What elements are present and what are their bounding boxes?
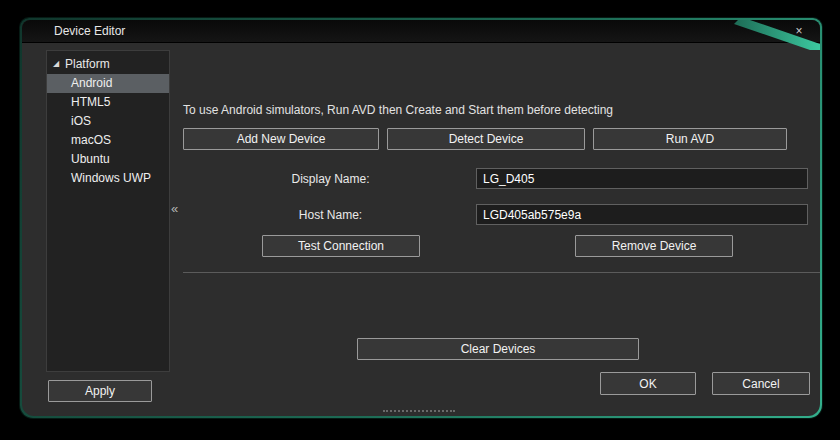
ok-button[interactable]: OK xyxy=(600,372,696,395)
display-name-label: Display Name: xyxy=(183,168,478,190)
sidebar-item-macos[interactable]: macOS xyxy=(47,131,169,150)
sidebar-item-html5[interactable]: HTML5 xyxy=(47,93,169,112)
platform-tree-panel: ◢Platform Android HTML5 iOS macOS Ubuntu… xyxy=(46,50,170,372)
section-divider xyxy=(183,272,820,273)
resize-grip[interactable] xyxy=(383,410,455,412)
instruction-text: To use Android simulators, Run AVD then … xyxy=(183,103,820,117)
window-title: Device Editor xyxy=(54,20,125,43)
tree-root-label: Platform xyxy=(65,57,110,71)
tree-expander-icon[interactable]: ◢ xyxy=(53,54,65,73)
close-button[interactable]: × xyxy=(790,23,808,40)
cancel-button[interactable]: Cancel xyxy=(712,372,810,395)
detect-device-button[interactable]: Detect Device xyxy=(387,128,585,150)
add-new-device-button[interactable]: Add New Device xyxy=(183,128,379,150)
sidebar-item-ubuntu[interactable]: Ubuntu xyxy=(47,150,169,169)
display-name-input[interactable] xyxy=(476,168,808,189)
run-avd-button[interactable]: Run AVD xyxy=(593,128,787,150)
clear-devices-button[interactable]: Clear Devices xyxy=(357,338,639,360)
titlebar[interactable]: Device Editor × xyxy=(22,20,820,43)
sidebar-item-android[interactable]: Android xyxy=(47,74,169,93)
apply-button[interactable]: Apply xyxy=(48,380,152,402)
host-name-label: Host Name: xyxy=(183,204,478,226)
splitter-collapse-handle[interactable]: « xyxy=(171,202,178,216)
host-name-input[interactable] xyxy=(476,204,808,225)
close-icon: × xyxy=(795,24,802,38)
window-body: Device Editor × ◢Platform Android HTML5 xyxy=(22,20,820,416)
device-editor-window: Device Editor × ◢Platform Android HTML5 xyxy=(20,18,822,418)
sidebar-item-windows-uwp[interactable]: Windows UWP xyxy=(47,169,169,188)
test-connection-button[interactable]: Test Connection xyxy=(262,235,420,257)
tree-root-platform[interactable]: ◢Platform xyxy=(47,55,169,74)
sidebar-item-ios[interactable]: iOS xyxy=(47,112,169,131)
remove-device-button[interactable]: Remove Device xyxy=(575,235,733,257)
